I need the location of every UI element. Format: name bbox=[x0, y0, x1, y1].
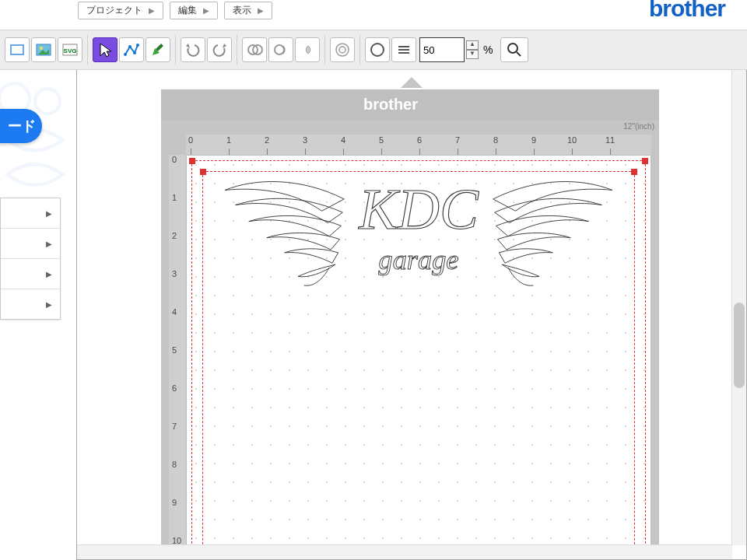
menu-project[interactable]: プロジェクト ▶ bbox=[78, 2, 163, 19]
subtract-button[interactable] bbox=[268, 37, 293, 62]
ruler-h-number: 4 bbox=[341, 135, 345, 145]
subtract-icon bbox=[272, 40, 290, 59]
pen-icon bbox=[149, 40, 167, 59]
scrollbar-vertical[interactable] bbox=[731, 69, 746, 545]
rectangle-icon bbox=[8, 40, 26, 59]
magnifier-icon bbox=[507, 42, 522, 58]
zoom-step-down[interactable]: ▼ bbox=[466, 50, 479, 59]
toolbar-separator bbox=[87, 35, 88, 65]
ruler-h-number: 3 bbox=[303, 135, 307, 145]
zoom-unit: % bbox=[483, 44, 493, 56]
ruler-h-number: 0 bbox=[188, 135, 193, 145]
ruler-h-number: 5 bbox=[379, 135, 384, 145]
ruler-h-number: 6 bbox=[417, 135, 422, 145]
lines-button[interactable] bbox=[391, 37, 416, 62]
rectangle-button[interactable] bbox=[5, 37, 30, 62]
svg-line-20 bbox=[517, 52, 521, 56]
scrollbar-thumb[interactable] bbox=[734, 303, 745, 388]
pen-button[interactable] bbox=[146, 37, 170, 62]
svg-point-8 bbox=[136, 44, 139, 47]
side-row-3[interactable]: ▶ bbox=[1, 259, 60, 289]
canvas-top-indicator bbox=[401, 77, 423, 88]
ruler-v-number: 0 bbox=[172, 155, 177, 164]
design-title-text: KDC bbox=[358, 177, 479, 241]
circle-icon bbox=[368, 40, 387, 59]
svg-point-19 bbox=[508, 44, 517, 53]
ruler-v-number: 2 bbox=[172, 231, 177, 240]
ruler-v-number: 4 bbox=[172, 307, 177, 317]
design-subtitle-text: garage bbox=[378, 244, 458, 275]
svg-rect-0 bbox=[11, 45, 23, 54]
svg-point-14 bbox=[339, 47, 345, 53]
toolbar-separator bbox=[237, 35, 237, 65]
side-row-4[interactable]: ▶ bbox=[1, 289, 60, 319]
cursor-button[interactable] bbox=[93, 37, 117, 62]
intersect-button[interactable] bbox=[295, 37, 320, 62]
svg-icon: SVG bbox=[61, 40, 79, 59]
svg-text:SVG: SVG bbox=[64, 47, 77, 54]
zoom-magnifier-button[interactable] bbox=[500, 37, 528, 62]
zoom-control: ▲ ▼ % bbox=[419, 37, 528, 62]
scrollbar-horizontal[interactable] bbox=[77, 544, 732, 559]
toolbar-separator bbox=[175, 35, 176, 65]
chevron-right-icon: ▶ bbox=[46, 300, 52, 309]
circle-button[interactable] bbox=[365, 37, 390, 62]
redo-icon bbox=[210, 40, 229, 59]
ruler-h-number: 11 bbox=[605, 135, 615, 145]
offset-button[interactable] bbox=[330, 37, 355, 62]
design-artwork[interactable]: KDC garage bbox=[210, 166, 627, 299]
polyline-icon bbox=[122, 40, 141, 59]
mode-bubble[interactable]: ード bbox=[0, 109, 42, 143]
ruler-unit-label: 12"(inch) bbox=[623, 122, 654, 131]
ruler-h-number: 9 bbox=[531, 135, 536, 145]
zoom-step-up[interactable]: ▲ bbox=[466, 40, 479, 50]
svg-point-13 bbox=[336, 44, 349, 56]
image-button[interactable] bbox=[31, 37, 56, 62]
brand-logo: brother bbox=[649, 0, 725, 22]
undo-button[interactable] bbox=[181, 37, 205, 62]
chevron-right-icon: ▶ bbox=[46, 270, 52, 278]
chevron-right-icon: ▶ bbox=[203, 6, 209, 15]
chevron-right-icon: ▶ bbox=[258, 6, 264, 15]
menu-project-label: プロジェクト bbox=[86, 4, 142, 17]
mat-canvas: brother 12"(inch) 01234567891011 0123456… bbox=[161, 89, 659, 560]
menu-edit[interactable]: 編集 ▶ bbox=[170, 2, 218, 19]
ruler-h-number: 8 bbox=[493, 135, 498, 145]
svg-point-7 bbox=[133, 51, 136, 54]
ruler-v-number: 7 bbox=[172, 422, 177, 431]
polyline-button[interactable] bbox=[119, 37, 144, 62]
menu-edit-label: 編集 bbox=[178, 4, 197, 17]
menu-bar: プロジェクト ▶ 編集 ▶ 表示 ▶ bbox=[78, 2, 272, 19]
cursor-icon bbox=[96, 40, 114, 59]
redo-button[interactable] bbox=[207, 37, 232, 62]
mode-bubble-label: ード bbox=[8, 117, 36, 135]
ruler-h-number: 1 bbox=[226, 135, 231, 145]
toolbar: SVG ▲ ▼ % bbox=[0, 30, 747, 70]
chevron-right-icon: ▶ bbox=[46, 209, 52, 218]
svg-rect-9 bbox=[156, 44, 163, 51]
weld-button[interactable] bbox=[242, 37, 267, 62]
svg-point-22 bbox=[35, 89, 60, 114]
side-row-2[interactable]: ▶ bbox=[1, 229, 60, 259]
wing-left-icon bbox=[225, 181, 344, 285]
weld-icon bbox=[245, 40, 264, 59]
ruler-h-number: 7 bbox=[455, 135, 460, 145]
side-row-1[interactable]: ▶ bbox=[1, 198, 60, 229]
menu-view[interactable]: 表示 ▶ bbox=[224, 2, 272, 19]
cutting-mat-page[interactable]: KDC garage bbox=[186, 155, 651, 560]
svg-text:brother: brother bbox=[363, 96, 418, 113]
offset-icon bbox=[333, 40, 352, 59]
side-panel: ▶ ▶ ▶ ▶ bbox=[0, 198, 61, 320]
ruler-vertical: 01234567891011 bbox=[169, 155, 186, 560]
zoom-input[interactable] bbox=[419, 37, 465, 62]
intersect-icon bbox=[298, 40, 317, 59]
ruler-h-number: 2 bbox=[265, 135, 269, 145]
chevron-right-icon: ▶ bbox=[46, 240, 52, 248]
svg-point-6 bbox=[128, 45, 132, 48]
svg-button[interactable]: SVG bbox=[58, 37, 82, 62]
ruler-v-number: 6 bbox=[172, 383, 177, 393]
workspace: brother 12"(inch) 01234567891011 0123456… bbox=[76, 68, 747, 560]
image-icon bbox=[34, 40, 53, 59]
wing-right-icon bbox=[493, 181, 612, 285]
ruler-horizontal: 01234567891011 bbox=[186, 135, 651, 155]
